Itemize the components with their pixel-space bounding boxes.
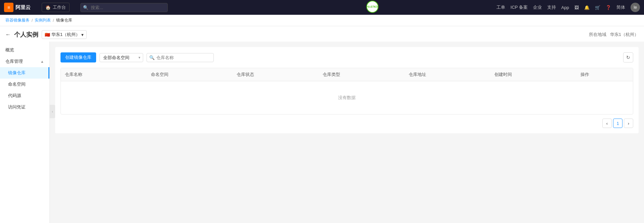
avatar[interactable]: Ie <box>631 3 640 12</box>
image-icon[interactable]: 🖼 <box>574 5 579 10</box>
sidebar-item-access-credentials[interactable]: 访问凭证 <box>0 101 49 113</box>
sidebar-item-overview[interactable]: 概览 <box>0 44 49 56</box>
namespace-select-wrap: 全部命名空间 ▾ <box>99 53 143 62</box>
col-type: 仓库类型 <box>319 68 405 81</box>
region-right: 所在地域 华东1（杭州） <box>589 32 639 38</box>
workbench-label: 工作台 <box>53 4 66 10</box>
lang-label[interactable]: 简体 <box>616 4 625 10</box>
col-namespace: 命名空间 <box>147 68 233 81</box>
toolbar: 创建镜像仓库 全部命名空间 ▾ 🔍 ↻ <box>61 52 633 62</box>
repo-search-input[interactable] <box>147 53 214 62</box>
create-repo-button[interactable]: 创建镜像仓库 <box>61 52 96 62</box>
back-button[interactable]: ← <box>5 32 11 38</box>
pagination-prev[interactable]: ‹ <box>602 119 612 128</box>
breadcrumb: 容器镜像服务 / 实例列表 / 镜像仓库 <box>0 15 644 26</box>
region-selector[interactable]: 🇨🇳 华东1（杭州） ▾ <box>42 30 87 39</box>
nav-item-support[interactable]: 支持 <box>547 4 556 10</box>
table-wrap: 仓库名称 命名空间 仓库状态 仓库类型 仓库地址 创建时间 操作 没有数据 <box>61 68 633 115</box>
cart-icon[interactable]: 🛒 <box>595 5 600 10</box>
page-header: ← 个人实例 🇨🇳 华东1（杭州） ▾ 所在地域 华东1（杭州） <box>0 26 644 42</box>
nav-search-icon: 🔍 <box>83 5 88 10</box>
nav-right: 工单 ICP 备案 企业 支持 App 🖼 🔔 🛒 ❓ 简体 Ie <box>496 3 640 12</box>
traffic-badge: +0.07K/s <box>366 1 378 13</box>
col-repo-name: 仓库名称 <box>61 68 147 81</box>
col-address: 仓库地址 <box>405 68 491 81</box>
workbench-btn[interactable]: 🏠 工作台 <box>42 3 70 12</box>
pagination-next[interactable]: › <box>624 119 633 128</box>
sidebar: 概览 仓库管理 ▲ 镜像仓库 命名空间 代码源 访问凭证 <box>0 42 50 223</box>
table-empty-row: 没有数据 <box>61 81 633 115</box>
content-area: 创建镜像仓库 全部命名空间 ▾ 🔍 ↻ <box>50 42 644 223</box>
breadcrumb-sep-2: / <box>53 18 54 23</box>
pagination: ‹ 1 › <box>61 119 633 128</box>
logo-icon: ≡ <box>4 3 13 12</box>
search-icon: 🔍 <box>149 55 155 60</box>
nav-search-input[interactable] <box>80 3 168 12</box>
logo-text: 阿里云 <box>15 4 31 11</box>
nav-item-app[interactable]: App <box>561 5 569 10</box>
repo-table: 仓库名称 命名空间 仓库状态 仓库类型 仓库地址 创建时间 操作 没有数据 <box>61 68 633 114</box>
breadcrumb-item-image-repo: 镜像仓库 <box>56 17 72 23</box>
nav-search-area: 🔍 <box>80 3 168 12</box>
page-title: 个人实例 <box>14 31 38 39</box>
top-nav: ≡ 阿里云 🏠 工作台 🔍 +0.07K/s 工单 ICP 备案 企业 支持 A… <box>0 0 644 15</box>
content-card: 创建镜像仓库 全部命名空间 ▾ 🔍 ↻ <box>55 47 639 133</box>
region-label: 华东1（杭州） <box>51 32 80 38</box>
logo[interactable]: ≡ 阿里云 <box>4 3 38 12</box>
col-status: 仓库状态 <box>233 68 319 81</box>
refresh-button[interactable]: ↻ <box>623 52 633 62</box>
home-icon: 🏠 <box>45 5 51 10</box>
region-chevron-icon: ▾ <box>81 32 84 37</box>
col-action: 操作 <box>576 68 633 81</box>
pagination-page-1[interactable]: 1 <box>613 119 622 128</box>
region-right-value: 华东1（杭州） <box>610 32 639 37</box>
help-icon[interactable]: ❓ <box>606 5 611 10</box>
nav-item-workorder[interactable]: 工单 <box>496 4 505 10</box>
sidebar-group-repo-management[interactable]: 仓库管理 ▲ <box>0 56 49 67</box>
namespace-select[interactable]: 全部命名空间 <box>99 53 143 62</box>
region-flag: 🇨🇳 <box>45 32 50 37</box>
breadcrumb-item-container-service[interactable]: 容器镜像服务 <box>5 17 30 23</box>
sidebar-group-label: 仓库管理 <box>5 58 23 64</box>
page-title-wrap: ← 个人实例 🇨🇳 华东1（杭州） ▾ <box>5 30 87 39</box>
nav-item-enterprise[interactable]: 企业 <box>533 4 542 10</box>
panel-toggle[interactable]: ‹ <box>50 105 55 118</box>
sidebar-item-code-source[interactable]: 代码源 <box>0 90 49 101</box>
repo-search-wrap: 🔍 <box>147 53 214 62</box>
bell-icon[interactable]: 🔔 <box>584 5 590 10</box>
nav-item-icp[interactable]: ICP 备案 <box>511 4 528 10</box>
sidebar-item-image-repo[interactable]: 镜像仓库 <box>0 67 49 79</box>
table-header-row: 仓库名称 命名空间 仓库状态 仓库类型 仓库地址 创建时间 操作 <box>61 68 633 81</box>
col-created-time: 创建时间 <box>490 68 576 81</box>
region-right-prefix: 所在地域 <box>589 32 606 37</box>
collapse-icon: ▲ <box>40 59 44 63</box>
breadcrumb-sep-1: / <box>32 18 33 23</box>
sidebar-item-namespace[interactable]: 命名空间 <box>0 79 49 90</box>
main-layout: 概览 仓库管理 ▲ 镜像仓库 命名空间 代码源 访问凭证 ‹ 创建镜像仓库 <box>0 42 644 223</box>
no-data-text: 没有数据 <box>61 81 633 115</box>
breadcrumb-item-instance-list[interactable]: 实例列表 <box>35 17 51 23</box>
